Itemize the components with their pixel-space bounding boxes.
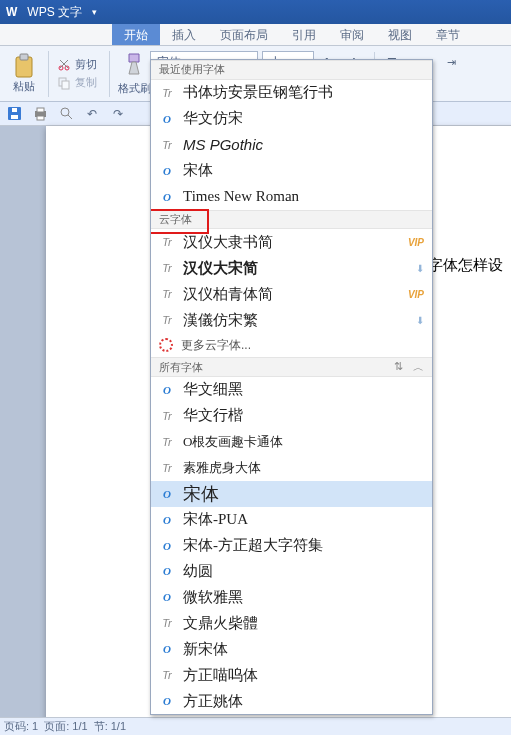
svg-rect-7 bbox=[11, 115, 18, 119]
opentype-icon: O bbox=[159, 191, 175, 203]
font-item[interactable]: Tr书体坊安景臣钢笔行书 bbox=[151, 80, 432, 106]
font-name: MS PGothic bbox=[183, 136, 424, 153]
font-item[interactable]: O宋体 bbox=[151, 481, 432, 507]
clipboard-icon[interactable] bbox=[13, 53, 35, 79]
cloud-download-icon[interactable]: ⬇ bbox=[416, 315, 424, 326]
cut-button[interactable]: 剪切 bbox=[53, 56, 101, 73]
all-fonts-header: 所有字体 ⇅ ︿ bbox=[151, 357, 432, 377]
print-preview-icon[interactable] bbox=[58, 106, 74, 122]
font-item[interactable]: O幼圆 bbox=[151, 558, 432, 584]
font-name: 汉仪大宋简 bbox=[183, 259, 408, 278]
print-icon[interactable] bbox=[32, 106, 48, 122]
font-item[interactable]: O宋体 bbox=[151, 158, 432, 184]
scissors-icon bbox=[57, 58, 71, 72]
app-logo: W bbox=[2, 5, 21, 19]
truetype-icon: Tr bbox=[159, 462, 175, 474]
cloud-download-icon[interactable]: ⬇ bbox=[416, 263, 424, 274]
font-item[interactable]: Tr文鼎火柴體 bbox=[151, 610, 432, 636]
svg-rect-5 bbox=[62, 81, 69, 89]
font-name: 宋体 bbox=[183, 482, 424, 506]
font-name: 文鼎火柴體 bbox=[183, 614, 424, 633]
tab-insert[interactable]: 插入 bbox=[160, 24, 208, 45]
svg-rect-1 bbox=[20, 54, 28, 60]
font-item[interactable]: Tr方正喵呜体 bbox=[151, 662, 432, 688]
opentype-icon: O bbox=[159, 488, 175, 500]
cloud-fonts-header-label: 云字体 bbox=[159, 212, 192, 227]
tab-start[interactable]: 开始 bbox=[112, 24, 160, 45]
format-painter-group: 格式刷 bbox=[114, 52, 154, 96]
chevron-up-icon[interactable]: ︿ bbox=[413, 360, 424, 375]
undo-icon[interactable]: ↶ bbox=[84, 106, 100, 122]
vip-badge: VIP bbox=[408, 289, 424, 300]
font-item[interactable]: O新宋体 bbox=[151, 636, 432, 662]
brush-icon[interactable] bbox=[123, 52, 145, 81]
font-item[interactable]: O华文细黑 bbox=[151, 377, 432, 403]
font-name: 华文行楷 bbox=[183, 406, 424, 425]
font-name: 华文仿宋 bbox=[183, 109, 424, 128]
font-item[interactable]: Tr汉仪大隶书简VIP bbox=[151, 229, 432, 255]
font-name: 幼圆 bbox=[183, 562, 424, 581]
font-item[interactable]: O宋体-PUA bbox=[151, 507, 432, 533]
font-name: 宋体-方正超大字符集 bbox=[183, 536, 424, 555]
titlebar: W WPS 文字 ▾ bbox=[0, 0, 511, 24]
cut-label: 剪切 bbox=[75, 57, 97, 72]
font-item[interactable]: Tr漢儀仿宋繁⬇ bbox=[151, 307, 432, 333]
ribbon-sep-2 bbox=[109, 51, 110, 97]
truetype-icon: Tr bbox=[159, 436, 175, 448]
opentype-icon: O bbox=[159, 565, 175, 577]
svg-rect-8 bbox=[12, 108, 17, 112]
redo-icon[interactable]: ↷ bbox=[110, 106, 126, 122]
font-item[interactable]: O宋体-方正超大字符集 bbox=[151, 533, 432, 559]
more-cloud-fonts-button[interactable]: 更多云字体... bbox=[151, 333, 432, 357]
indent-button[interactable]: ⇥ bbox=[439, 51, 463, 73]
font-item[interactable]: Tr汉仪柏青体简VIP bbox=[151, 281, 432, 307]
truetype-icon: Tr bbox=[159, 236, 175, 248]
font-item[interactable]: Tr素雅虎身大体 bbox=[151, 455, 432, 481]
copy-button[interactable]: 复制 bbox=[53, 74, 101, 91]
paste-group: 粘贴 bbox=[4, 53, 44, 94]
color-wheel-icon bbox=[159, 338, 173, 352]
font-name: 漢儀仿宋繁 bbox=[183, 311, 408, 330]
svg-rect-10 bbox=[37, 108, 44, 112]
cloud-fonts-header: 云字体 bbox=[151, 210, 432, 230]
app-title-dropdown-icon[interactable]: ▾ bbox=[88, 7, 101, 17]
font-item[interactable]: O华文仿宋 bbox=[151, 106, 432, 132]
tab-page-layout[interactable]: 页面布局 bbox=[208, 24, 280, 45]
tab-review[interactable]: 审阅 bbox=[328, 24, 376, 45]
vip-badge: VIP bbox=[408, 237, 424, 248]
font-name: O根友画趣卡通体 bbox=[183, 433, 424, 451]
status-section: 节: 1/1 bbox=[94, 719, 126, 734]
all-fonts-header-label: 所有字体 bbox=[159, 360, 203, 375]
svg-point-12 bbox=[61, 108, 69, 116]
tab-references[interactable]: 引用 bbox=[280, 24, 328, 45]
font-name: 汉仪大隶书简 bbox=[183, 233, 400, 252]
font-name: 汉仪柏青体简 bbox=[183, 285, 400, 304]
truetype-icon: Tr bbox=[159, 288, 175, 300]
status-page-of: 页面: 1/1 bbox=[44, 719, 87, 734]
font-item[interactable]: OTimes New Roman bbox=[151, 184, 432, 210]
tab-chapter[interactable]: 章节 bbox=[424, 24, 472, 45]
clipboard-small-group: 剪切 复制 bbox=[53, 56, 101, 91]
opentype-icon: O bbox=[159, 165, 175, 177]
opentype-icon: O bbox=[159, 591, 175, 603]
truetype-icon: Tr bbox=[159, 314, 175, 326]
font-item[interactable]: O方正姚体 bbox=[151, 688, 432, 714]
tab-view[interactable]: 视图 bbox=[376, 24, 424, 45]
menubar: 开始 插入 页面布局 引用 审阅 视图 章节 bbox=[0, 24, 511, 46]
opentype-icon: O bbox=[159, 113, 175, 125]
font-item[interactable]: Tr华文行楷 bbox=[151, 403, 432, 429]
truetype-icon: Tr bbox=[159, 139, 175, 151]
font-item[interactable]: TrMS PGothic bbox=[151, 132, 432, 158]
app-title: WPS 文字 bbox=[21, 4, 88, 21]
font-item[interactable]: TrO根友画趣卡通体 bbox=[151, 429, 432, 455]
font-item[interactable]: Tr汉仪大宋简⬇ bbox=[151, 255, 432, 281]
font-name: 华文细黑 bbox=[183, 380, 424, 399]
font-name: 宋体 bbox=[183, 161, 424, 180]
ribbon-sep-1 bbox=[48, 51, 49, 97]
font-item[interactable]: O微软雅黑 bbox=[151, 584, 432, 610]
recent-fonts-header: 最近使用字体 bbox=[151, 60, 432, 80]
status-page-no: 页码: 1 bbox=[4, 719, 38, 734]
save-icon[interactable] bbox=[6, 106, 22, 122]
pin-icon[interactable]: ⇅ bbox=[394, 360, 403, 375]
opentype-icon: O bbox=[159, 695, 175, 707]
